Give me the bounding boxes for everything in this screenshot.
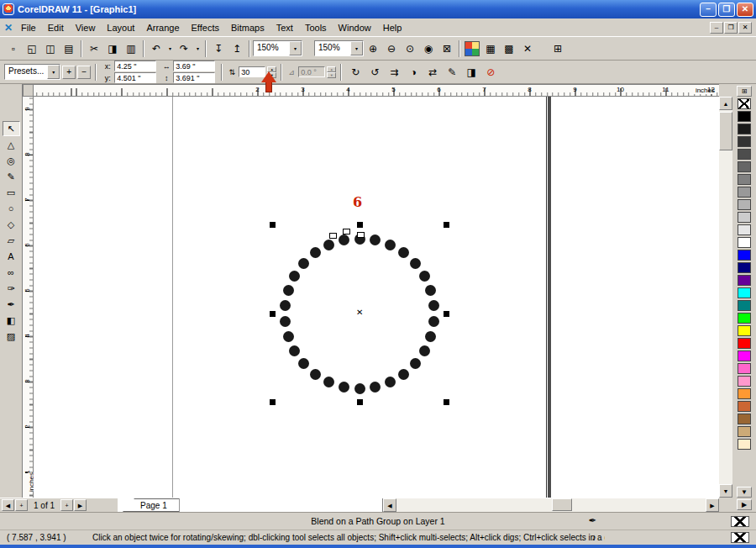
options-button[interactable]: ⊞ bbox=[549, 40, 567, 58]
add-page-after-button[interactable]: + bbox=[60, 499, 73, 511]
graph-paper-button[interactable]: ▩ bbox=[500, 40, 518, 58]
blend-counterclockwise-button[interactable]: ↺ bbox=[365, 63, 384, 82]
drawing-canvas[interactable]: ✕ 6 bbox=[34, 97, 719, 498]
horizontal-scroll-thumb[interactable] bbox=[552, 498, 572, 511]
menu-edit[interactable]: Edit bbox=[42, 20, 70, 35]
zoom-actual-button[interactable]: ⊙ bbox=[401, 40, 419, 58]
color-swatch[interactable] bbox=[738, 300, 751, 311]
minimize-button[interactable]: – bbox=[700, 3, 717, 17]
color-swatch[interactable] bbox=[738, 275, 751, 286]
object-acceleration-button[interactable]: ⇉ bbox=[385, 63, 403, 82]
start-end-objects-button[interactable]: ⇄ bbox=[423, 63, 442, 82]
color-swatch[interactable] bbox=[738, 350, 751, 361]
object-x-input[interactable] bbox=[114, 61, 156, 71]
color-swatch[interactable] bbox=[738, 414, 751, 424]
ellipse-tool[interactable]: ○ bbox=[3, 201, 20, 216]
selection-handle[interactable] bbox=[357, 399, 363, 405]
color-swatch[interactable] bbox=[738, 426, 751, 437]
color-swatch-none[interactable] bbox=[738, 98, 751, 109]
object-height-input[interactable] bbox=[173, 72, 215, 83]
next-page-button[interactable]: ▶ bbox=[74, 499, 87, 511]
scroll-up-icon[interactable]: ▲ bbox=[719, 97, 732, 110]
page-tab[interactable]: Page 1 bbox=[123, 498, 180, 512]
color-swatch[interactable] bbox=[738, 363, 751, 374]
color-swatch[interactable] bbox=[738, 388, 751, 399]
palette-expand-icon[interactable]: ▶ bbox=[737, 499, 752, 510]
print-button[interactable]: ▤ bbox=[60, 40, 78, 58]
paste-button[interactable]: ▥ bbox=[122, 40, 140, 58]
interactive-blend-tool[interactable]: ∞ bbox=[3, 265, 20, 280]
selection-handle[interactable] bbox=[270, 399, 276, 405]
document-minimize-button[interactable]: – bbox=[710, 22, 723, 34]
clear-blend-button[interactable]: ⊘ bbox=[481, 63, 500, 82]
add-page-before-button[interactable]: + bbox=[15, 499, 28, 511]
eyedropper-tool[interactable]: ✑ bbox=[3, 281, 20, 296]
horizontal-scroll-track[interactable] bbox=[396, 498, 706, 513]
selection-handle[interactable] bbox=[270, 311, 276, 317]
selection-handle[interactable] bbox=[270, 222, 276, 228]
color-swatch[interactable] bbox=[738, 136, 751, 147]
save-button[interactable]: ◫ bbox=[41, 40, 60, 58]
undo-button-drop-icon[interactable]: ▾ bbox=[165, 40, 175, 58]
zoom-out-button[interactable]: ⊖ bbox=[382, 40, 401, 58]
selection-handle[interactable] bbox=[357, 222, 363, 228]
zoom-tool[interactable]: ◎ bbox=[3, 153, 20, 168]
blend-path-handle[interactable] bbox=[343, 229, 350, 234]
symbols-docker-button[interactable]: ▦ bbox=[481, 40, 500, 58]
color-swatch[interactable] bbox=[738, 199, 751, 210]
color-swatch[interactable] bbox=[738, 237, 751, 248]
zoom-to-width-button[interactable]: ⊠ bbox=[438, 40, 456, 58]
blend-clockwise-button[interactable]: ↻ bbox=[346, 63, 365, 82]
vertical-scrollbar[interactable]: ▲ ▼ bbox=[719, 97, 732, 498]
scroll-left-icon[interactable]: ◀ bbox=[383, 498, 396, 512]
selection-handle[interactable] bbox=[444, 311, 449, 317]
zoom-to-page-button[interactable]: ◉ bbox=[419, 40, 438, 58]
remove-preset-button[interactable]: − bbox=[77, 66, 91, 79]
zoom-levels-combo-drop-icon[interactable]: ▾ bbox=[350, 41, 363, 55]
menu-view[interactable]: View bbox=[70, 20, 102, 35]
color-swatch[interactable] bbox=[738, 376, 751, 387]
restore-button[interactable]: ❒ bbox=[718, 3, 735, 17]
color-swatch[interactable] bbox=[738, 262, 751, 273]
color-swatch[interactable] bbox=[738, 212, 751, 223]
freehand-tool[interactable]: ✎ bbox=[3, 169, 20, 184]
presets-combo-drop-icon[interactable]: ▾ bbox=[47, 65, 60, 79]
zoom-levels-combo[interactable]: 150%▾ bbox=[314, 40, 364, 56]
application-zoom-combo-drop-icon[interactable]: ▾ bbox=[289, 41, 302, 55]
interactive-fill-tool[interactable]: ▨ bbox=[3, 329, 20, 344]
document-close-button[interactable]: ✕ bbox=[738, 22, 752, 34]
vertical-scroll-thumb[interactable] bbox=[719, 112, 732, 150]
copy-button[interactable]: ◨ bbox=[103, 40, 122, 58]
menu-window[interactable]: Window bbox=[333, 20, 377, 35]
color-swatch[interactable] bbox=[738, 187, 751, 198]
page[interactable] bbox=[172, 97, 547, 498]
color-swatch[interactable] bbox=[738, 250, 751, 261]
menu-text[interactable]: Text bbox=[270, 20, 299, 35]
close-button[interactable]: ✕ bbox=[737, 3, 753, 17]
close-docker-button[interactable]: ✕ bbox=[518, 40, 537, 58]
menu-layout[interactable]: Layout bbox=[101, 20, 140, 35]
color-swatch[interactable] bbox=[738, 313, 751, 324]
blend-path-handle[interactable] bbox=[357, 232, 365, 238]
object-y-input[interactable] bbox=[114, 72, 156, 83]
shape-tool[interactable]: △ bbox=[3, 137, 20, 152]
blend-path-handle[interactable] bbox=[329, 233, 337, 239]
add-preset-button[interactable]: + bbox=[62, 66, 76, 79]
horizontal-scrollbar[interactable]: ◀ ▶ bbox=[382, 498, 719, 513]
import-button[interactable]: ↧ bbox=[209, 40, 228, 58]
menu-tools[interactable]: Tools bbox=[299, 20, 333, 35]
redo-button-drop-icon[interactable]: ▾ bbox=[193, 40, 202, 58]
color-swatch[interactable] bbox=[738, 111, 751, 122]
menu-effects[interactable]: Effects bbox=[186, 20, 225, 35]
ruler-origin-box[interactable] bbox=[23, 84, 34, 97]
fill-tool[interactable]: ◧ bbox=[3, 313, 20, 328]
pick-tool[interactable]: ↖ bbox=[3, 121, 20, 136]
open-button[interactable]: ◱ bbox=[23, 40, 41, 58]
copy-blend-properties-button[interactable]: ◨ bbox=[462, 63, 480, 82]
menu-file[interactable]: File bbox=[15, 20, 42, 35]
menu-bitmaps[interactable]: Bitmaps bbox=[225, 20, 270, 35]
outline-tool[interactable]: ✒ bbox=[3, 297, 20, 312]
color-swatch[interactable] bbox=[738, 439, 751, 450]
selection-center-marker[interactable]: ✕ bbox=[356, 308, 363, 317]
palette-scroll-down-icon[interactable]: ▼ bbox=[737, 487, 752, 498]
